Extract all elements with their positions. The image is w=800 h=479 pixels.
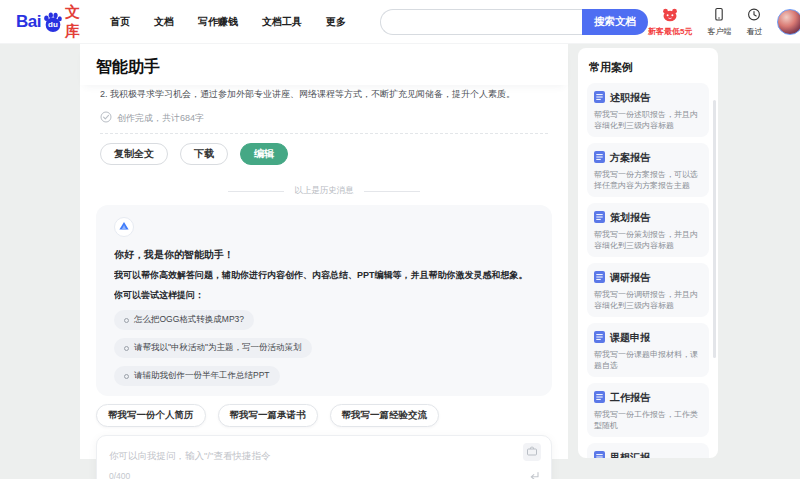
main-nav: 首页 文档 写作赚钱 文档工具 更多 <box>110 15 346 29</box>
quick-prompt-row: 帮我写一份个人简历 帮我写一篇承诺书 帮我写一篇经验交流 <box>96 404 552 427</box>
document-icon <box>594 89 605 107</box>
suggestion-label: 请辅助我创作一份半年工作总结PPT <box>134 370 270 382</box>
case-item-project-application[interactable]: 课题申报 帮我写一份课题申报材料，课题自选 <box>587 323 709 377</box>
header-actions: 新客最低5元 客户端 看过 <box>648 7 800 37</box>
char-counter: 0/400 <box>109 471 130 479</box>
generated-document-section: 2. 我积极寻求学习机会，通过参加外部专业讲座、网络课程等方式，不断扩充见闻储备… <box>80 88 568 165</box>
suggestion-label: 怎么把OGG格式转换成MP3? <box>134 314 244 326</box>
case-head: 述职报告 <box>594 89 702 107</box>
case-title: 思想汇报 <box>610 451 650 458</box>
message-input-card: 0/400 <box>96 435 552 479</box>
logo-text-du: du <box>42 20 64 29</box>
suggestion-list: 怎么把OGG格式转换成MP3? 请帮我以"中秋活动"为主题，写一份活动策划 请辅… <box>114 310 534 386</box>
nav-item-writing-earn[interactable]: 写作赚钱 <box>198 15 238 29</box>
client-app-entry[interactable]: 客户端 <box>707 7 731 37</box>
assistant-try-prompt: 你可以尝试这样提问： <box>114 285 534 305</box>
search-docs-button[interactable]: 搜索文档 <box>582 9 648 35</box>
case-desc: 帮我写一份工作报告，工作类型随机 <box>594 409 702 431</box>
search-input[interactable] <box>380 9 582 35</box>
page-title: 智能助手 <box>96 57 552 78</box>
logo-text-wenku: 文库 <box>65 3 80 41</box>
case-head: 策划报告 <box>594 209 702 227</box>
case-title: 课题申报 <box>610 331 650 345</box>
quick-prompt-experience[interactable]: 帮我写一篇经验交流 <box>330 404 440 427</box>
clock-icon <box>747 7 761 24</box>
case-desc: 帮我写一份调研报告，并且内容细化到三级内容标题 <box>594 289 702 311</box>
document-icon <box>594 389 605 407</box>
assistant-avatar <box>114 217 134 237</box>
phone-icon <box>712 7 726 24</box>
case-item-research-report[interactable]: 调研报告 帮我写一份调研报告，并且内容细化到三级内容标题 <box>587 263 709 317</box>
copy-full-text-button[interactable]: 复制全文 <box>100 143 168 165</box>
creation-status: 创作完成，共计684字 <box>100 111 548 125</box>
baidu-wenku-logo[interactable]: Bai du 文库 <box>16 3 80 41</box>
case-title: 调研报告 <box>610 271 650 285</box>
nav-item-home[interactable]: 首页 <box>110 15 130 29</box>
document-icon <box>594 209 605 227</box>
wenku-logo-icon <box>118 218 130 236</box>
check-circle-icon <box>100 111 112 125</box>
suggestion-ogg-to-mp3[interactable]: 怎么把OGG格式转换成MP3? <box>114 310 254 330</box>
quick-command-icon <box>526 445 538 460</box>
assistant-greeting: 你好，我是你的智能助手！ <box>114 245 534 265</box>
nav-item-more[interactable]: 更多 <box>326 15 346 29</box>
message-input[interactable] <box>109 450 479 461</box>
dashed-divider <box>100 133 548 134</box>
quick-prompt-commitment[interactable]: 帮我写一篇承诺书 <box>218 404 318 427</box>
case-head: 课题申报 <box>594 329 702 347</box>
user-avatar[interactable] <box>777 9 800 35</box>
assistant-panel: 智能助手 2. 我积极寻求学习机会，通过参加外部专业讲座、网络课程等方式，不断扩… <box>80 44 568 459</box>
case-item-proposal-report[interactable]: 方案报告 帮我写一份方案报告，可以选择任意内容为方案报告主题 <box>587 143 709 197</box>
bullet-circle-icon <box>124 318 129 323</box>
enter-icon <box>528 470 540 479</box>
sidebar-title: 常用案例 <box>589 60 709 75</box>
baidu-paw-icon: du <box>42 11 64 33</box>
suggestion-midautumn-plan[interactable]: 请帮我以"中秋活动"为主题，写一份活动策划 <box>114 338 312 358</box>
assistant-intro: 我可以帮你高效解答问题，辅助你进行内容创作、内容总结、PPT编辑等，并且帮助你激… <box>114 265 534 285</box>
case-head: 工作报告 <box>594 389 702 407</box>
edit-button[interactable]: 编辑 <box>240 143 288 165</box>
case-item-debriefing-report[interactable]: 述职报告 帮我写一份述职报告，并且内容细化到三级内容标题 <box>587 83 709 137</box>
quick-prompt-resume[interactable]: 帮我写一份个人简历 <box>96 404 206 427</box>
suggestion-label: 请帮我以"中秋活动"为主题，写一份活动策划 <box>134 342 302 354</box>
case-item-thought-report[interactable]: 思想汇报 帮我写一份思想汇报 <box>587 443 709 458</box>
bullet-circle-icon <box>124 346 129 351</box>
case-head: 思想汇报 <box>594 449 702 458</box>
promo-new-user[interactable]: 新客最低5元 <box>648 7 692 37</box>
download-button[interactable]: 下载 <box>180 143 228 165</box>
send-button[interactable] <box>528 471 540 479</box>
divider-line-left <box>228 191 284 192</box>
divider-line-right <box>364 191 420 192</box>
status-text: 创作完成，共计684字 <box>117 112 204 125</box>
common-cases-sidebar: 常用案例 述职报告 帮我写一份述职报告，并且内容细化到三级内容标题 方案报告 帮… <box>578 48 718 458</box>
case-desc: 帮我写一份课题申报材料，课题自选 <box>594 349 702 371</box>
case-head: 方案报告 <box>594 149 702 167</box>
suggestion-halfyear-ppt[interactable]: 请辅助我创作一份半年工作总结PPT <box>114 366 280 386</box>
search-bar: 搜索文档 <box>380 9 648 35</box>
logo-text-bai: Bai <box>16 12 41 32</box>
viewed-label: 看过 <box>746 26 762 37</box>
case-desc: 帮我写一份述职报告，并且内容细化到三级内容标题 <box>594 109 702 131</box>
nav-item-doc-tools[interactable]: 文档工具 <box>262 15 302 29</box>
case-item-planning-report[interactable]: 策划报告 帮我写一份策划报告，并且内容细化到三级内容标题 <box>587 203 709 257</box>
document-icon <box>594 269 605 287</box>
bullet-circle-icon <box>124 374 129 379</box>
history-divider-label: 以上是历史消息 <box>294 185 354 197</box>
sidebar-scrollbar[interactable] <box>713 100 716 358</box>
case-title: 策划报告 <box>610 211 650 225</box>
case-head: 调研报告 <box>594 269 702 287</box>
promo-label: 新客最低5元 <box>648 26 692 37</box>
document-excerpt: 2. 我积极寻求学习机会，通过参加外部专业讲座、网络课程等方式，不断扩充见闻储备… <box>100 88 548 101</box>
case-item-work-report[interactable]: 工作报告 帮我写一份工作报告，工作类型随机 <box>587 383 709 437</box>
document-icon <box>594 329 605 347</box>
assistant-message-card: 你好，我是你的智能助手！ 我可以帮你高效解答问题，辅助你进行内容创作、内容总结、… <box>96 205 552 396</box>
panel-title-bar: 智能助手 <box>80 44 568 85</box>
history-divider: 以上是历史消息 <box>80 185 568 197</box>
case-title: 方案报告 <box>610 151 650 165</box>
case-desc: 帮我写一份方案报告，可以选择任意内容为方案报告主题 <box>594 169 702 191</box>
viewed-history-entry[interactable]: 看过 <box>746 7 762 37</box>
client-label: 客户端 <box>707 26 731 37</box>
document-icon <box>594 449 605 458</box>
nav-item-docs[interactable]: 文档 <box>154 15 174 29</box>
quick-command-button[interactable] <box>523 443 541 461</box>
